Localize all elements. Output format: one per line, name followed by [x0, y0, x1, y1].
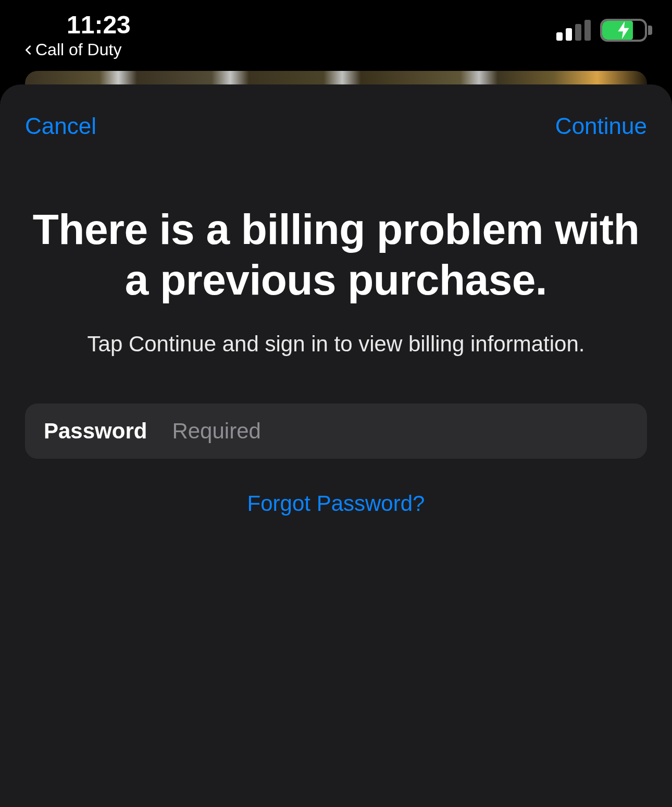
back-to-app-label: Call of Duty — [35, 40, 121, 59]
cellular-signal-icon — [556, 20, 591, 41]
sheet-title: There is a billing problem with a previo… — [25, 204, 647, 305]
back-to-app-button[interactable]: Call of Duty — [23, 40, 121, 59]
status-bar: 11:23 Call of Duty — [0, 0, 672, 63]
back-chevron-icon — [23, 44, 34, 56]
cancel-button[interactable]: Cancel — [25, 113, 96, 139]
billing-problem-sheet: Cancel Continue There is a billing probl… — [0, 84, 672, 807]
continue-button[interactable]: Continue — [555, 113, 647, 139]
sheet-subtitle: Tap Continue and sign in to view billing… — [25, 332, 647, 357]
charging-bolt-icon — [617, 21, 630, 39]
sheet-header: Cancel Continue — [25, 105, 647, 147]
status-bar-right — [556, 0, 647, 42]
password-input[interactable] — [172, 419, 628, 444]
forgot-password-button[interactable]: Forgot Password? — [247, 491, 425, 516]
battery-icon — [600, 19, 647, 42]
password-field-container[interactable]: Password — [25, 404, 647, 459]
status-bar-left: 11:23 Call of Duty — [25, 0, 131, 59]
password-label: Password — [44, 419, 147, 444]
clock: 11:23 — [67, 10, 131, 39]
